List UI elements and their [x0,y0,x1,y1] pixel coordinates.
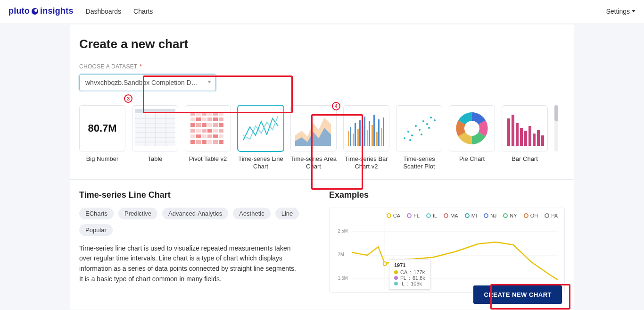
dataset-label: CHOOSE A DATASET [79,63,138,70]
bar-chart-icon [345,107,388,150]
big-number-value: 80.7M [88,122,116,134]
svg-rect-39 [207,134,212,138]
svg-rect-79 [507,118,510,146]
chart-type-bar-chart-ts[interactable]: Time-series Bar Chart v2 [343,105,389,171]
chart-type-pivot-table[interactable]: Pivot Table v2 [185,105,231,171]
top-nav: pluto insights Dashboards Charts Setting… [0,0,644,23]
chart-type-line-chart[interactable]: Time-series Line Chart [238,105,284,171]
chart-type-bar[interactable]: Bar Chart [502,105,548,171]
svg-rect-27 [207,123,212,127]
svg-rect-65 [383,117,384,146]
svg-rect-29 [219,123,223,127]
area-chart-icon [292,107,335,150]
legend-item[interactable]: NJ [484,213,496,218]
svg-rect-20 [202,117,206,121]
svg-point-66 [404,137,405,139]
svg-rect-24 [190,123,195,127]
chart-type-detail: Time-series Line Chart ECharts Predictiv… [79,190,301,293]
svg-rect-42 [190,140,195,144]
line-chart-icon [239,107,282,150]
nav-charts[interactable]: Charts [133,8,153,15]
svg-rect-15 [207,112,212,116]
svg-rect-26 [202,123,206,127]
dataset-select[interactable]: whvxchbqzb.Sandbox Completion Dat... [79,74,216,91]
legend-item[interactable]: PA [545,213,558,218]
svg-rect-40 [213,134,218,138]
example-legend: CAFLILMAMINJNYOHPA [336,213,558,218]
example-line-plot: 2.5M 2M 1.5M [336,218,558,289]
svg-rect-38 [202,134,206,138]
legend-item[interactable]: MA [444,213,458,218]
tag[interactable]: Aesthetic [233,208,270,219]
pie-chart-icon [451,107,493,150]
svg-rect-0 [135,109,175,113]
chart-type-scatter[interactable]: Time-series Scatter Plot [396,105,442,171]
svg-rect-63 [378,119,380,146]
tag[interactable]: Predictive [118,208,157,219]
chart-type-big-number[interactable]: 80.7M Big Number [79,105,125,171]
svg-rect-32 [202,129,206,133]
svg-rect-25 [196,123,201,127]
svg-point-70 [419,129,421,131]
chevron-down-icon [207,81,211,83]
create-new-chart-button[interactable]: CREATE NEW CHART [473,285,562,304]
svg-point-69 [415,125,417,127]
legend-item[interactable]: NY [503,213,517,218]
svg-rect-52 [353,134,354,146]
svg-rect-45 [207,140,212,144]
svg-text:2M: 2M [338,251,344,257]
legend-item[interactable]: FL [407,213,420,218]
chart-type-scrollbar[interactable] [554,105,558,151]
svg-point-67 [407,131,409,133]
example-chart: CAFLILMAMINJNYOHPA 2.5M 2M 1.5M 1971 [329,208,565,293]
svg-rect-12 [190,112,195,116]
tag[interactable]: ECharts [79,208,114,219]
chevron-down-icon [632,10,636,12]
svg-rect-35 [219,129,223,133]
svg-rect-41 [219,134,223,138]
tag[interactable]: Line [275,208,299,219]
chart-type-area-chart[interactable]: Time-series Area Chart [290,105,337,171]
svg-rect-19 [196,117,201,121]
page-title: Create a new chart [79,37,565,51]
svg-rect-21 [207,117,212,121]
svg-rect-80 [512,115,514,146]
legend-item[interactable]: MI [465,213,477,218]
annotation-badge-4: 4 [332,102,340,110]
chart-type-grid: 80.7M Big Number Table [79,105,565,171]
svg-rect-57 [364,117,365,146]
legend-item[interactable]: IL [426,213,437,218]
svg-point-68 [411,134,413,136]
create-chart-panel: Create a new chart CHOOSE A DATASET * wh… [70,25,574,310]
detail-description: Time-series line chart is used to visual… [79,243,301,285]
legend-item[interactable]: OH [524,213,538,218]
legend-item[interactable]: CA [387,213,400,218]
tag[interactable]: Popular [79,224,113,236]
nav-settings[interactable]: Settings [606,8,636,15]
svg-rect-46 [213,140,218,144]
svg-point-75 [409,139,411,141]
svg-rect-13 [196,112,201,116]
chart-type-pie[interactable]: Pie Chart [449,105,495,171]
svg-rect-82 [520,128,523,146]
nav-dashboards[interactable]: Dashboards [86,8,122,15]
chart-type-table[interactable]: Table [132,105,178,171]
brand-logo[interactable]: pluto insights [8,6,74,16]
svg-rect-56 [362,126,363,146]
svg-rect-54 [357,129,359,146]
svg-point-76 [421,134,422,135]
svg-rect-59 [369,121,370,146]
examples-heading: Examples [329,190,565,200]
annotation-badge-3: 3 [124,94,132,103]
svg-rect-51 [350,127,351,146]
svg-rect-62 [376,132,378,146]
svg-rect-53 [355,123,356,146]
svg-rect-22 [213,117,218,121]
scatter-plot-icon [398,107,440,150]
svg-rect-14 [202,112,206,116]
tag[interactable]: Advanced-Analytics [162,208,228,219]
svg-point-78 [464,121,479,136]
examples-section: Examples CAFLILMAMINJNYOHPA 2.5M 2M 1.5M [329,190,565,293]
divider [70,179,574,180]
svg-rect-37 [196,134,201,138]
